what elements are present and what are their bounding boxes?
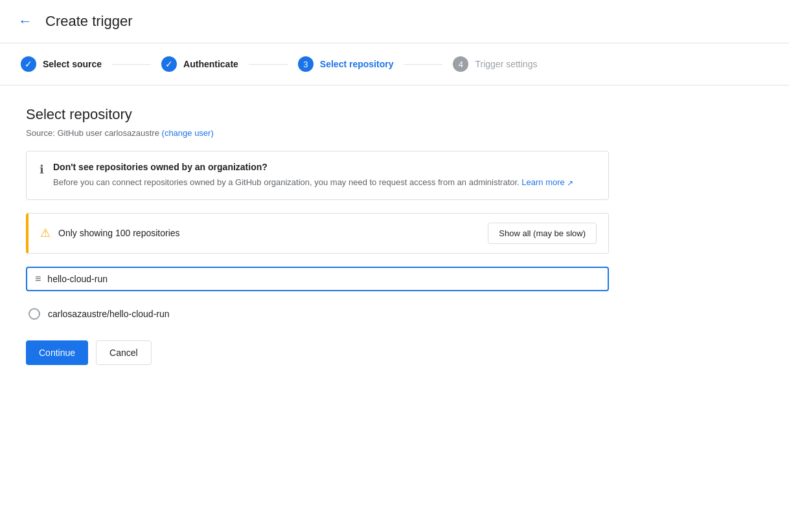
step-label-3: Select repository: [320, 59, 394, 69]
cancel-button[interactable]: Cancel: [96, 340, 152, 365]
back-button[interactable]: ←: [16, 10, 35, 32]
learn-more-link[interactable]: Learn more: [521, 177, 564, 187]
info-title: Don't see repositories owned by an organ…: [53, 162, 573, 172]
info-circle-icon: ℹ: [40, 162, 44, 177]
actions: Continue Cancel: [26, 340, 763, 365]
step-label-4: Trigger settings: [475, 59, 537, 69]
step-divider-3: [404, 64, 442, 65]
repo-radio-1[interactable]: [29, 308, 40, 320]
section-title: Select repository: [26, 106, 763, 123]
repo-option[interactable]: carlosazaustre/hello-cloud-run: [26, 300, 609, 327]
step-label-2: Authenticate: [183, 59, 238, 69]
warning-text: Only showing 100 repositories: [58, 228, 180, 238]
step-check-icon-2: ✓: [161, 56, 177, 72]
header: ← Create trigger: [0, 0, 789, 43]
filter-input[interactable]: [47, 274, 600, 284]
continue-button[interactable]: Continue: [26, 340, 88, 365]
info-body: Before you can connect repositories owne…: [53, 176, 573, 189]
main-content: Select repository Source: GitHub user ca…: [0, 85, 789, 386]
info-box: ℹ Don't see repositories owned by an org…: [26, 151, 609, 200]
external-link-icon: ↗: [567, 179, 573, 188]
source-prefix: Source: GitHub user carlosazaustre: [26, 128, 162, 138]
filter-icon: ≡: [35, 273, 41, 285]
step-select-repository: 3 Select repository: [298, 56, 394, 72]
step-trigger-settings: 4 Trigger settings: [453, 56, 537, 72]
back-icon: ←: [18, 13, 32, 30]
info-body-text: Before you can connect repositories owne…: [53, 177, 521, 187]
step-authenticate: ✓ Authenticate: [161, 56, 238, 72]
source-line: Source: GitHub user carlosazaustre (chan…: [26, 128, 763, 138]
show-all-button[interactable]: Show all (may be slow): [488, 223, 597, 244]
warning-box: ⚠ Only showing 100 repositories Show all…: [26, 213, 609, 254]
stepper: ✓ Select source ✓ Authenticate 3 Select …: [0, 43, 789, 85]
repo-label-1: carlosazaustre/hello-cloud-run: [48, 309, 170, 319]
page-title: Create trigger: [45, 13, 133, 30]
change-user-link[interactable]: (change user): [162, 128, 214, 138]
warning-icon: ⚠: [40, 226, 51, 240]
step-divider-1: [112, 64, 151, 65]
info-content: Don't see repositories owned by an organ…: [53, 162, 573, 189]
filter-container: ≡: [26, 267, 609, 291]
warning-left: ⚠ Only showing 100 repositories: [40, 226, 180, 240]
step-check-icon-1: ✓: [21, 56, 36, 72]
step-select-source: ✓ Select source: [21, 56, 102, 72]
step-label-1: Select source: [43, 59, 102, 69]
step-number-4: 4: [453, 56, 468, 72]
step-divider-2: [249, 64, 288, 65]
step-number-3: 3: [298, 56, 314, 72]
